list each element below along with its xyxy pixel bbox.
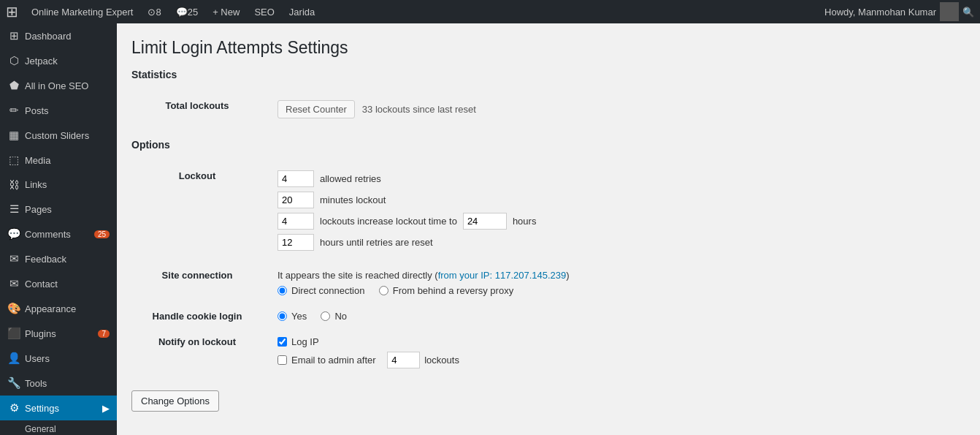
- sidebar-item-posts[interactable]: ✏ Posts: [0, 98, 117, 123]
- direct-connection-radio[interactable]: [277, 286, 287, 295]
- handle-cookie-row: Yes No: [277, 311, 965, 322]
- sidebar-item-pages[interactable]: ☰ Pages: [0, 197, 117, 222]
- sliders-icon: ▦: [7, 129, 20, 142]
- reversy-proxy-radio[interactable]: [379, 286, 388, 295]
- hours-until-row: hours until retries are reset: [277, 234, 965, 251]
- lockout-label: Lockout: [179, 170, 216, 181]
- direct-connection-label[interactable]: Direct connection: [291, 285, 364, 296]
- statistics-row: Reset Counter 33 lockouts since last res…: [277, 100, 965, 118]
- change-options-wrapper: Change Options: [131, 390, 965, 412]
- sidebar-item-media[interactable]: ⬚ Media: [0, 148, 117, 173]
- no-radio[interactable]: [321, 311, 330, 321]
- site-name[interactable]: Online Marketing Expert: [24, 0, 140, 23]
- media-icon: ⬚: [7, 154, 20, 167]
- sidebar: ⊞ Dashboard ⬡ Jetpack ⬟ All in One SEO ✏…: [0, 23, 117, 435]
- sidebar-item-dashboard[interactable]: ⊞ Dashboard: [0, 23, 117, 48]
- hours-until-text: hours until retries are reset: [320, 237, 433, 248]
- site-connection-desc: It appears the site is reached directly …: [277, 270, 965, 281]
- change-options-button[interactable]: Change Options: [131, 390, 219, 412]
- notify-lockout-label: Notify on lockout: [158, 336, 236, 347]
- handle-cookie-label: Handle cookie login: [153, 311, 242, 322]
- notify-lockout-group: Log IP Email to admin after lockouts: [277, 336, 965, 368]
- allowed-retries-text: allowed retries: [320, 173, 381, 184]
- yes-label[interactable]: Yes: [291, 311, 307, 322]
- sidebar-item-contact[interactable]: ✉ Contact: [0, 271, 117, 296]
- theme-item[interactable]: Jarida: [282, 0, 322, 23]
- sidebar-item-custom-sliders[interactable]: ▦ Custom Sliders: [0, 123, 117, 148]
- sidebar-item-settings[interactable]: ⚙ Settings ▶: [0, 396, 117, 420]
- links-icon: ⛓: [7, 178, 20, 191]
- seo-item[interactable]: SEO: [247, 0, 281, 23]
- comments-icon[interactable]: 💬 25: [169, 0, 205, 23]
- shield-icon[interactable]: ⊙ 8: [140, 0, 168, 23]
- dashboard-icon: ⊞: [7, 29, 20, 42]
- ip-text: from your IP: 117.207.145.239: [438, 270, 567, 281]
- plugins-icon: ⬛: [7, 327, 20, 340]
- main-content: Limit Login Attempts Settings Statistics…: [117, 23, 980, 435]
- hours-text: hours: [513, 216, 537, 227]
- settings-arrow-icon: ▶: [102, 403, 110, 414]
- reversy-proxy-label[interactable]: From behind a reversy proxy: [393, 285, 513, 296]
- plugins-badge: 7: [98, 330, 110, 338]
- statistics-table: Total lockouts Reset Counter 33 lockouts…: [131, 93, 965, 132]
- lockouts-increase-text: lockouts increase lockout time to: [320, 216, 457, 227]
- lockouts-increase-input[interactable]: [277, 213, 314, 230]
- minutes-lockout-text: minutes lockout: [320, 194, 386, 205]
- hours-input[interactable]: [463, 213, 507, 230]
- lockouts-increase-row: lockouts increase lockout time to hours: [277, 213, 965, 230]
- sidebar-item-links[interactable]: ⛓ Links: [0, 173, 117, 197]
- yes-radio[interactable]: [277, 311, 287, 321]
- posts-icon: ✏: [7, 104, 20, 117]
- statistics-heading: Statistics: [131, 69, 965, 84]
- total-lockouts-label: Total lockouts: [165, 100, 229, 111]
- email-admin-label[interactable]: Email to admin after: [291, 355, 376, 366]
- settings-icon: ⚙: [7, 401, 20, 415]
- sidebar-item-appearance[interactable]: 🎨 Appearance: [0, 296, 117, 321]
- avatar: [940, 2, 959, 21]
- minutes-lockout-input[interactable]: 20: [277, 192, 314, 208]
- sidebar-item-jetpack[interactable]: ⬡ Jetpack: [0, 48, 117, 73]
- direct-connection-row: Direct connection From behind a reversy …: [277, 285, 965, 296]
- comments-menu-icon: 💬: [7, 227, 20, 241]
- allowed-retries-row: 4 allowed retries: [277, 170, 965, 187]
- pages-icon: ☰: [7, 203, 20, 216]
- page-title: Limit Login Attempts Settings: [131, 38, 965, 58]
- contact-icon: ✉: [7, 277, 20, 290]
- options-heading: Options: [131, 139, 965, 154]
- sidebar-item-comments[interactable]: 💬 Comments 25: [0, 222, 117, 246]
- jetpack-icon: ⬡: [7, 54, 20, 67]
- log-ip-row: Log IP: [277, 336, 965, 347]
- log-ip-checkbox[interactable]: [277, 337, 287, 347]
- users-icon: 👤: [7, 352, 20, 365]
- lockouts-since-text: 33 lockouts since last reset: [362, 104, 476, 115]
- howdy-text: Howdy, Manmohan Kumar: [824, 7, 936, 18]
- appearance-icon: 🎨: [7, 302, 20, 315]
- site-connection-label: Site connection: [162, 270, 233, 281]
- tools-icon: 🔧: [7, 377, 20, 390]
- email-admin-row: Email to admin after lockouts: [277, 352, 965, 368]
- lockouts-label: lockouts: [424, 355, 459, 366]
- options-table: Lockout 4 allowed retries 20 minutes loc…: [131, 163, 965, 376]
- sidebar-item-feedback[interactable]: ✉ Feedback: [0, 246, 117, 271]
- seo-icon: ⬟: [7, 79, 20, 92]
- sidebar-item-plugins[interactable]: ⬛ Plugins 7: [0, 321, 117, 346]
- search-icon[interactable]: 🔍: [962, 7, 974, 18]
- email-lockouts-input[interactable]: [387, 352, 420, 368]
- submenu-item-general[interactable]: General: [0, 420, 117, 435]
- new-item[interactable]: + New: [205, 0, 247, 23]
- email-admin-checkbox[interactable]: [277, 355, 287, 365]
- sidebar-item-all-in-one-seo[interactable]: ⬟ All in One SEO: [0, 73, 117, 98]
- comments-badge: 25: [94, 230, 110, 238]
- sidebar-item-tools[interactable]: 🔧 Tools: [0, 371, 117, 396]
- hours-until-input[interactable]: [277, 234, 314, 251]
- log-ip-label[interactable]: Log IP: [291, 336, 319, 347]
- feedback-icon: ✉: [7, 252, 20, 265]
- allowed-retries-input[interactable]: 4: [277, 170, 314, 187]
- wp-logo-icon[interactable]: ⊞: [6, 3, 18, 20]
- sidebar-item-users[interactable]: 👤 Users: [0, 346, 117, 371]
- minutes-lockout-row: 20 minutes lockout: [277, 192, 965, 208]
- no-label[interactable]: No: [334, 311, 347, 322]
- reset-counter-button[interactable]: Reset Counter: [277, 100, 355, 118]
- admin-bar: ⊞ Online Marketing Expert ⊙ 8 💬 25 + New…: [0, 0, 980, 23]
